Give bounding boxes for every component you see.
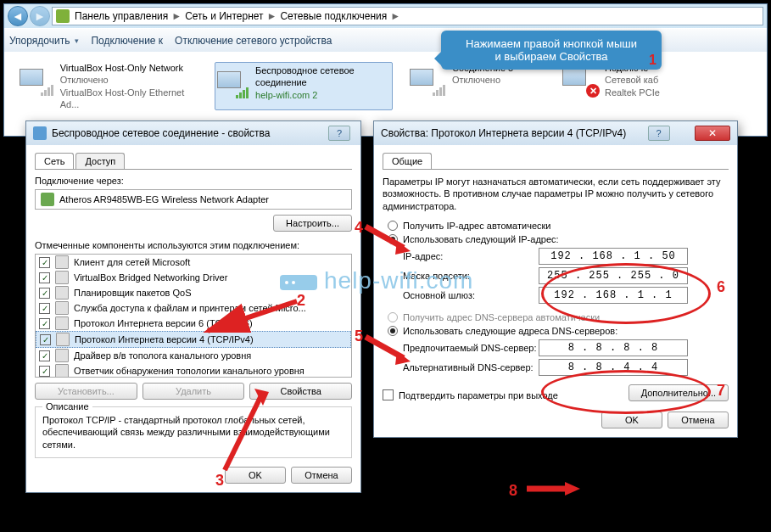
address-bar: ◄ ► Панель управления ► Сеть и Интернет …: [4, 4, 767, 28]
checkbox[interactable]: ✓: [39, 303, 50, 314]
breadcrumb-root[interactable]: Панель управления: [75, 10, 168, 22]
adapter-field: Atheros AR9485WB-EG Wireless Network Ada…: [35, 189, 352, 210]
annotation-3: 3: [215, 472, 224, 490]
arrow-5: [361, 333, 412, 367]
radio-static-ip[interactable]: Использовать следующий IP-адрес:: [388, 234, 729, 244]
component-icon: [56, 333, 70, 346]
info-text: Параметры IP могут назначаться автоматич…: [383, 176, 729, 212]
checkbox[interactable]: ✓: [39, 350, 50, 361]
ip-input[interactable]: 192 . 168 . 1 . 50: [539, 248, 688, 265]
annotation-4: 4: [355, 219, 363, 237]
checkbox[interactable]: ✓: [39, 288, 50, 299]
error-icon: ✕: [586, 84, 600, 98]
annotation-5: 5: [355, 328, 363, 345]
dns2-label: Альтернативный DNS-сервер:: [403, 362, 539, 372]
dialog-connection-properties: Беспроводное сетевое соединение - свойст…: [25, 120, 361, 493]
dialog-title: Беспроводное сетевое соединение - свойст…: [52, 127, 271, 139]
tab-access[interactable]: Доступ: [75, 153, 125, 169]
breadcrumb-mid[interactable]: Сеть и Интернет: [185, 10, 263, 22]
arrow-2: [195, 297, 305, 339]
confirm-checkbox[interactable]: Подтвердить параметры при выходе: [383, 389, 558, 400]
dns1-input[interactable]: 8 . 8 . 8 . 8: [539, 339, 688, 356]
dns1-label: Предпочитаемый DNS-сервер:: [403, 343, 539, 353]
component-icon: [55, 316, 69, 330]
component-icon: [55, 349, 69, 362]
organize-menu[interactable]: Упорядочить: [9, 35, 79, 47]
annotation-circle-dns: [541, 370, 711, 414]
breadcrumb[interactable]: Панель управления ► Сеть и Интернет ► Се…: [52, 7, 763, 25]
disable-device[interactable]: Отключение сетевого устройства: [175, 35, 332, 47]
help-button[interactable]: ?: [328, 126, 350, 141]
wifi-icon: [33, 126, 47, 140]
cancel-button[interactable]: Отмена: [291, 467, 352, 484]
description-label: Описание: [42, 401, 92, 412]
connect-via-label: Подключение через:: [35, 176, 352, 186]
component-icon: [55, 301, 69, 315]
forward-button[interactable]: ►: [30, 6, 50, 26]
tab-network[interactable]: Сеть: [35, 153, 74, 169]
annotation-8: 8: [509, 482, 517, 500]
annotation-2: 2: [297, 292, 305, 310]
explorer-window: ◄ ► Панель управления ► Сеть и Интернет …: [3, 3, 768, 137]
install-button[interactable]: Установить...: [35, 383, 137, 400]
dialog-title: Свойства: Протокол Интернета версии 4 (T…: [381, 127, 626, 139]
adapter-icon: [41, 193, 54, 206]
list-item: ✓Ответчик обнаружения топологии канально…: [36, 363, 351, 378]
component-icon: [55, 255, 69, 269]
cancel-button[interactable]: Отмена: [668, 412, 729, 428]
connection-virtualbox[interactable]: VirtualBox Host-Only Network Отключено V…: [20, 62, 198, 110]
arrow-8: [522, 480, 582, 497]
connect-to[interactable]: Подключение к: [91, 35, 163, 47]
dialog-titlebar[interactable]: Беспроводное сетевое соединение - свойст…: [26, 121, 360, 145]
ip-label: IP-адрес:: [403, 251, 539, 261]
checkbox[interactable]: ✓: [39, 257, 50, 268]
connection-wireless[interactable]: Беспроводное сетевое соединение help-wif…: [215, 62, 393, 110]
description-text: Протокол TCP/IP - стандартный протокол г…: [42, 414, 344, 451]
checkbox[interactable]: ✓: [39, 272, 50, 283]
arrow-4: [361, 222, 412, 256]
breadcrumb-leaf[interactable]: Сетевые подключения: [280, 10, 387, 22]
components-label: Отмеченные компоненты используются этим …: [35, 240, 352, 250]
checkbox[interactable]: ✓: [40, 334, 51, 345]
annotation-callout: Нажимаем правой кнопкой мыши и выбираем …: [441, 31, 662, 70]
close-button[interactable]: ✕: [695, 126, 730, 141]
help-button[interactable]: ?: [648, 126, 670, 141]
component-icon: [55, 271, 69, 284]
checkbox[interactable]: ✓: [39, 318, 50, 329]
checkbox[interactable]: ✓: [39, 366, 50, 377]
annotation-circle-ip: [541, 263, 711, 324]
watermark: help-wifi.com: [280, 267, 473, 294]
annotation-6: 6: [717, 278, 725, 296]
radio-icon: [388, 312, 398, 322]
dialog-titlebar[interactable]: Свойства: Протокол Интернета версии 4 (T…: [374, 121, 737, 145]
radio-static-dns[interactable]: Использовать следующие адреса DNS-сервер…: [388, 326, 729, 336]
tab-general[interactable]: Общие: [383, 153, 432, 169]
list-item: ✓Драйвер в/в тополога канального уровня: [36, 348, 351, 363]
control-panel-icon: [56, 9, 70, 23]
component-icon: [55, 364, 69, 378]
component-icon: [55, 286, 69, 300]
back-button[interactable]: ◄: [8, 6, 28, 26]
configure-button[interactable]: Настроить...: [273, 215, 352, 232]
radio-auto-ip[interactable]: Получить IP-адрес автоматически: [388, 221, 729, 231]
annotation-7: 7: [717, 382, 725, 400]
checkbox-icon: [383, 389, 394, 400]
arrow-3: [216, 384, 276, 477]
